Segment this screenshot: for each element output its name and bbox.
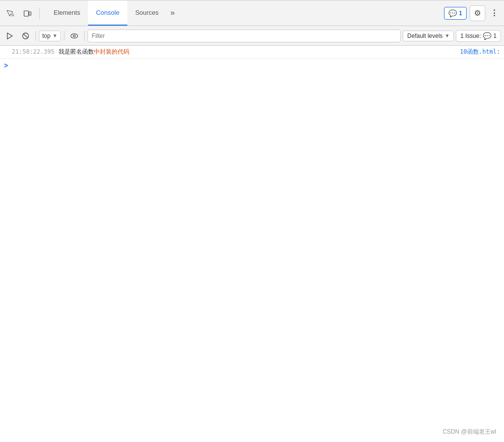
issues-count: 1 xyxy=(493,32,497,39)
gear-icon: ⚙ xyxy=(474,8,481,18)
log-entry-0: 21:58:22.395 我是匿名函数中封装的代码 10函数.html: xyxy=(0,46,504,59)
prompt-chevron-icon: > xyxy=(4,62,8,69)
tab-bar: Elements Console Sources » 💬 1 ⚙ ⋮ xyxy=(0,0,504,26)
toolbar-divider-1 xyxy=(35,31,36,41)
log-timestamp-0: 21:58:22.395 xyxy=(12,48,55,55)
tab-console[interactable]: Console xyxy=(88,0,127,26)
filter-input[interactable] xyxy=(88,30,401,42)
console-toolbar: top ▼ Default levels ▼ 1 Issue: 💬 1 xyxy=(0,26,504,46)
issues-chat-icon: 💬 xyxy=(483,32,491,40)
inspect-element-button[interactable] xyxy=(2,5,18,21)
default-levels-arrow: ▼ xyxy=(445,33,449,38)
tab-bar-left xyxy=(2,5,42,21)
context-dropdown-arrow: ▼ xyxy=(53,33,58,38)
toolbar-divider-3 xyxy=(84,31,85,41)
log-message-highlight-0: 中封装的代码 xyxy=(94,48,129,55)
tab-elements[interactable]: Elements xyxy=(46,0,88,26)
svg-rect-0 xyxy=(24,11,29,16)
default-levels-label: Default levels xyxy=(407,32,443,39)
issues-prefix: 1 Issue: xyxy=(460,32,481,39)
context-value: top xyxy=(42,32,51,39)
messages-badge-button[interactable]: 💬 1 xyxy=(444,7,467,20)
log-source-0[interactable]: 10函数.html: xyxy=(460,48,500,56)
device-toolbar-button[interactable] xyxy=(20,5,35,21)
svg-rect-1 xyxy=(29,12,31,15)
execute-script-button[interactable] xyxy=(3,29,17,43)
svg-line-4 xyxy=(24,33,28,38)
svg-marker-2 xyxy=(7,33,12,39)
block-network-button[interactable] xyxy=(19,29,32,43)
svg-point-5 xyxy=(71,33,78,38)
chat-icon: 💬 xyxy=(448,9,457,17)
watermark: CSDN @前端老王wl xyxy=(443,428,496,436)
tab-sources[interactable]: Sources xyxy=(127,0,167,26)
log-message-0: 我是匿名函数中封装的代码 xyxy=(59,48,129,56)
context-selector[interactable]: top ▼ xyxy=(39,31,61,41)
settings-button[interactable]: ⚙ xyxy=(470,5,485,21)
toolbar-divider-2 xyxy=(64,31,64,41)
svg-point-6 xyxy=(73,34,75,36)
live-expressions-button[interactable] xyxy=(67,29,81,43)
tab-bar-right: 💬 1 ⚙ ⋮ xyxy=(444,5,502,21)
console-output: 21:58:22.395 我是匿名函数中封装的代码 10函数.html: > C… xyxy=(0,46,504,442)
more-options-button[interactable]: ⋮ xyxy=(488,5,500,21)
tab-divider-1 xyxy=(39,7,40,19)
log-message-plain-0: 我是匿名函数 xyxy=(59,48,94,55)
tab-more[interactable]: » xyxy=(167,0,179,26)
issues-button[interactable]: 1 Issue: 💬 1 xyxy=(456,30,501,42)
default-levels-button[interactable]: Default levels ▼ xyxy=(403,31,454,41)
devtools-container: Elements Console Sources » 💬 1 ⚙ ⋮ xyxy=(0,0,504,442)
badge-count: 1 xyxy=(459,10,462,17)
console-prompt-line: > xyxy=(0,59,504,72)
tabs: Elements Console Sources » xyxy=(46,0,444,26)
